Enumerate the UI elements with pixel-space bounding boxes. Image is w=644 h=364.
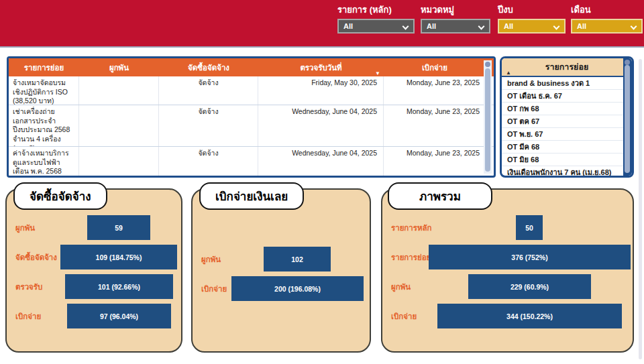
main-item-dropdown[interactable]: All [337, 19, 415, 34]
funnel-category-label: ผูกพัน [15, 222, 35, 234]
scrollbar-thumb[interactable] [485, 68, 490, 172]
funnel-row: ผูกพัน229 (60.9%) [382, 274, 633, 299]
table-scrollbar[interactable] [484, 60, 492, 174]
filter-label: เดือน [571, 3, 643, 17]
table-cell-procurement: จัดจ้าง [159, 76, 258, 105]
slicer-scrollbar[interactable] [623, 58, 632, 176]
funnel-category-label: เบิกจ่าย [391, 310, 417, 322]
table-cell-inspection_date: Friday, May 30, 2025 [258, 76, 384, 105]
column-header-subitem[interactable]: รายการย่อย [9, 58, 79, 76]
page-scrollbar[interactable] [639, 59, 642, 359]
slicer-list-item[interactable]: OT พ.ย. 67 [502, 128, 623, 141]
sort-descending-icon[interactable]: ▼ [375, 70, 380, 76]
slicer-list: brand & business งวด 1OT เดือน ธ.ค. 67OT… [502, 77, 623, 176]
funnel-bar[interactable]: 59 [87, 215, 150, 240]
dashboard: รายการ (หลัก) All หมวดหมู่ All ปีงบ All … [0, 0, 644, 364]
table-row[interactable]: เช่าเครื่องถ่ายเอกสารประจำปีงบประมาณ 256… [9, 105, 494, 147]
funnel-category-label: จัดซื้อจัดจ้าง [15, 251, 57, 263]
card-title: เบิกจ่ายเงินเลย [199, 182, 304, 210]
column-header-disbursement[interactable]: เบิกจ่าย [384, 58, 486, 76]
table-cell-item: จ้างเหมาจัดอบรมเชิงปฏิบัติการ ISO (38,52… [9, 76, 79, 105]
funnel-row: ตรวจรับ101 (92.66%) [7, 274, 181, 299]
funnel-row: เบิกจ่าย200 (196.08%) [193, 276, 370, 301]
dropdown-value: All [577, 22, 586, 30]
table-header-row: รายการย่อย ผูกพัน จัดซื้อจัดจ้าง ตรวจรับ… [9, 58, 494, 76]
category-dropdown[interactable]: All [421, 19, 490, 34]
card-title: ภาพรวม [388, 182, 492, 210]
funnel-bar[interactable]: 102 [264, 247, 331, 271]
table-cell-procurement: จัดจ้าง [159, 147, 258, 178]
funnel-chart: รายการหลัก50รายการย่อย376 (752%)ผูกพัน22… [382, 215, 633, 351]
slicer-list-item[interactable]: เงินเดือนพนักงาน 7 คน (เม.ย.68) [502, 166, 623, 176]
funnel-category-label: รายการหลัก [391, 222, 432, 234]
funnel-category-label: ตรวจรับ [15, 281, 42, 293]
slicer-list-item[interactable]: OT ตค 67 [502, 115, 623, 128]
table-cell-disbursement_date: Monday, June 23, 2025 [384, 147, 486, 178]
scrollbar-dot[interactable] [625, 60, 630, 65]
funnel-row: ผูกพัน102 [193, 247, 370, 271]
funnel-chart: ผูกพัน59จัดซื้อจัดจ้าง109 (184.75%)ตรวจร… [7, 215, 181, 351]
funnel-row: ผูกพัน59 [7, 215, 181, 240]
sort-ascending-icon[interactable]: ▲ [506, 70, 511, 76]
column-header-inspection-date[interactable]: ตรวจรับวันที่ ▼ [258, 58, 384, 76]
table-body: จ้างเหมาจัดอบรมเชิงปฏิบัติการ ISO (38,52… [9, 76, 494, 178]
dropdown-value: All [504, 22, 513, 30]
funnel-category-label: ผูกพัน [391, 281, 411, 293]
chevron-down-icon [631, 23, 637, 30]
chevron-down-icon [402, 23, 409, 30]
funnel-row: เบิกจ่าย344 (150.22%) [382, 304, 633, 328]
filter-fiscal-year: ปีงบ All [498, 3, 566, 34]
table-cell-disbursement_date: Monday, June 23, 2025 [384, 76, 486, 105]
table-cell-commitment [79, 105, 159, 146]
funnel-bar[interactable]: 109 (184.75%) [60, 245, 177, 269]
filter-header-bar: รายการ (หลัก) All หมวดหมู่ All ปีงบ All … [0, 0, 644, 48]
table-cell-commitment [79, 147, 159, 178]
table-cell-disbursement_date: Monday, June 23, 2025 [384, 105, 486, 146]
slicer-list-item[interactable]: OT กพ 68 [502, 103, 623, 115]
fiscal-year-dropdown[interactable]: All [498, 19, 566, 34]
funnel-bar[interactable]: 101 (92.66%) [65, 274, 173, 299]
table-cell-procurement: จัดจ้าง [159, 105, 258, 146]
funnel-category-label: เบิกจ่าย [15, 310, 41, 322]
scrollbar-dot[interactable] [485, 62, 490, 67]
slicer-list-item[interactable]: OT เดือน ธ.ค. 67 [502, 90, 623, 103]
funnel-category-label: เบิกจ่าย [201, 283, 227, 295]
funnel-bar[interactable]: 344 (150.22%) [437, 304, 622, 328]
funnel-row: รายการหลัก50 [382, 215, 633, 240]
table-cell-inspection_date: Wednesday, June 04, 2025 [258, 105, 384, 146]
table-row[interactable]: จ้างเหมาจัดอบรมเชิงปฏิบัติการ ISO (38,52… [9, 76, 494, 105]
funnel-row: รายการย่อย376 (752%) [382, 245, 633, 269]
column-header-procurement[interactable]: จัดซื้อจัดจ้าง [159, 58, 258, 76]
month-dropdown[interactable]: All [571, 19, 643, 34]
funnel-bar[interactable]: 97 (96.04%) [67, 304, 171, 328]
table-row[interactable]: ค่าจ้างเหมาบริการดูแลระบบไฟฟ้า เดือน พ.ค… [9, 147, 494, 178]
filter-label: รายการ (หลัก) [337, 3, 415, 17]
slicer-list-item[interactable]: OT มิย 68 [502, 154, 623, 166]
column-header-commitment[interactable]: ผูกพัน [79, 58, 159, 76]
slicer-list-item[interactable]: OT มีค 68 [502, 141, 623, 154]
dropdown-value: All [427, 22, 436, 30]
funnel-card-direct-disbursement: เบิกจ่ายเงินเลย ผูกพัน102เบิกจ่าย200 (19… [191, 188, 371, 353]
table-cell-item: ค่าจ้างเหมาบริการดูแลระบบไฟฟ้า เดือน พ.ค… [9, 147, 79, 178]
funnel-row: จัดซื้อจัดจ้าง109 (184.75%) [7, 245, 181, 269]
table-cell-inspection_date: Wednesday, June 04, 2025 [258, 147, 384, 178]
filter-label: ปีงบ [498, 3, 566, 17]
filter-month: เดือน All [571, 3, 643, 34]
slicer-title: รายการย่อย [545, 60, 589, 74]
table-cell-item: เช่าเครื่องถ่ายเอกสารประจำปีงบประมาณ 256… [9, 105, 79, 146]
column-header-label: ตรวจรับวันที่ [300, 62, 341, 74]
funnel-bar[interactable]: 376 (752%) [429, 245, 631, 269]
funnel-category-label: ผูกพัน [201, 253, 221, 265]
funnel-bar[interactable]: 50 [516, 215, 543, 240]
funnel-bar[interactable]: 229 (60.9%) [468, 274, 591, 299]
scrollbar-thumb[interactable] [625, 65, 630, 173]
table-cell-commitment [79, 76, 159, 105]
funnel-bar[interactable]: 200 (196.08%) [231, 276, 364, 301]
funnel-row: เบิกจ่าย97 (96.04%) [7, 304, 181, 328]
funnel-category-label: รายการย่อย [391, 251, 431, 263]
procurement-table: รายการย่อย ผูกพัน จัดซื้อจัดจ้าง ตรวจรับ… [7, 56, 496, 178]
filter-main-item: รายการ (หลัก) All [337, 3, 415, 34]
slicer-list-item[interactable]: brand & business งวด 1 [502, 77, 623, 90]
filter-category: หมวดหมู่ All [421, 3, 490, 34]
slicer-header[interactable]: รายการย่อย ▲ [502, 58, 632, 77]
